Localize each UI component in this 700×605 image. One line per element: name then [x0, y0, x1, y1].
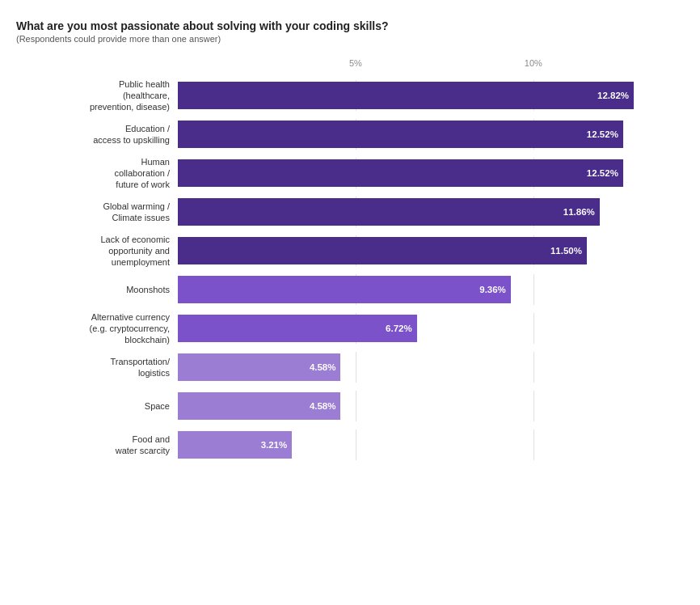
bar-track: 6.72%: [178, 313, 676, 344]
bar-track: 4.58%: [178, 391, 676, 421]
chart-title: What are you most passionate about solvi…: [16, 19, 676, 32]
bar-label: Public health(healthcare,prevention, dis…: [16, 78, 178, 113]
bar-label: Moonshots: [16, 284, 178, 295]
bar-row: Alternative currency(e.g. cryptocurrency…: [16, 311, 676, 346]
axis-row: 5% 10%: [178, 58, 676, 74]
bar-value-label: 6.72%: [386, 324, 412, 333]
bar-row: Moonshots9.36%: [16, 272, 676, 307]
bar-value-label: 4.58%: [310, 362, 336, 372]
bar-rows: Public health(healthcare,prevention, dis…: [16, 78, 676, 464]
bar-row: Public health(healthcare,prevention, dis…: [16, 78, 676, 113]
bar-value-label: 9.36%: [479, 285, 506, 294]
bar-value-label: 11.86%: [563, 207, 595, 217]
bar-row: Transportation/logistics4.58%: [16, 349, 676, 385]
bar-track: 3.21%: [178, 429, 676, 460]
bar-track: 11.50%: [178, 235, 676, 266]
bar: 11.50%: [178, 237, 587, 264]
bar-track: 11.86%: [178, 197, 676, 227]
bar-track: 12.52%: [178, 158, 676, 188]
bar: 6.72%: [178, 315, 417, 342]
bar-label: Humancollaboration /future of work: [16, 156, 178, 191]
bar-label: Space: [16, 400, 178, 412]
bar: 12.52%: [178, 159, 623, 187]
bar-value-label: 11.50%: [550, 246, 582, 256]
bar: 9.36%: [178, 276, 511, 303]
chart-subtitle: (Respondents could provide more than one…: [16, 34, 676, 44]
bar: 3.21%: [178, 431, 292, 459]
bar: 12.82%: [178, 82, 634, 109]
axis-label-5pct: 5%: [349, 58, 362, 68]
bar-track: 9.36%: [178, 274, 676, 305]
bar-row: Lack of economicopportunity andunemploym…: [16, 233, 676, 269]
bar-row: Food andwater scarcity3.21%: [16, 427, 676, 463]
chart-container: What are you most passionate about solvi…: [0, 0, 700, 605]
bar-label: Transportation/logistics: [16, 356, 178, 379]
bar-label: Alternative currency(e.g. cryptocurrency…: [16, 311, 178, 346]
chart-area: 5% 10% Public health(healthcare,preventi…: [16, 58, 676, 464]
bar-value-label: 12.52%: [587, 168, 618, 178]
bar-label: Global warming /Climate issues: [16, 201, 178, 224]
bar-row: Space4.58%: [16, 388, 676, 424]
bar: 4.58%: [178, 353, 340, 381]
bar-label: Lack of economicopportunity andunemploym…: [16, 234, 178, 269]
bar-label: Food andwater scarcity: [16, 434, 178, 457]
bar: 11.86%: [178, 198, 600, 226]
bar-track: 4.58%: [178, 352, 676, 383]
bar-value-label: 4.58%: [310, 401, 336, 411]
bar-row: Education /access to upskilling12.52%: [16, 116, 676, 152]
bar-row: Humancollaboration /future of work12.52%: [16, 155, 676, 191]
bar-value-label: 3.21%: [261, 440, 288, 450]
bar-row: Global warming /Climate issues11.86%: [16, 194, 676, 230]
bar-track: 12.52%: [178, 119, 676, 150]
bar: 4.58%: [178, 392, 340, 420]
bar: 12.52%: [178, 121, 623, 148]
bar-value-label: 12.52%: [587, 129, 618, 139]
bar-track: 12.82%: [178, 80, 676, 111]
bar-value-label: 12.82%: [597, 91, 629, 100]
axis-label-10pct: 10%: [525, 58, 542, 68]
bar-label: Education /access to upskilling: [16, 123, 178, 146]
